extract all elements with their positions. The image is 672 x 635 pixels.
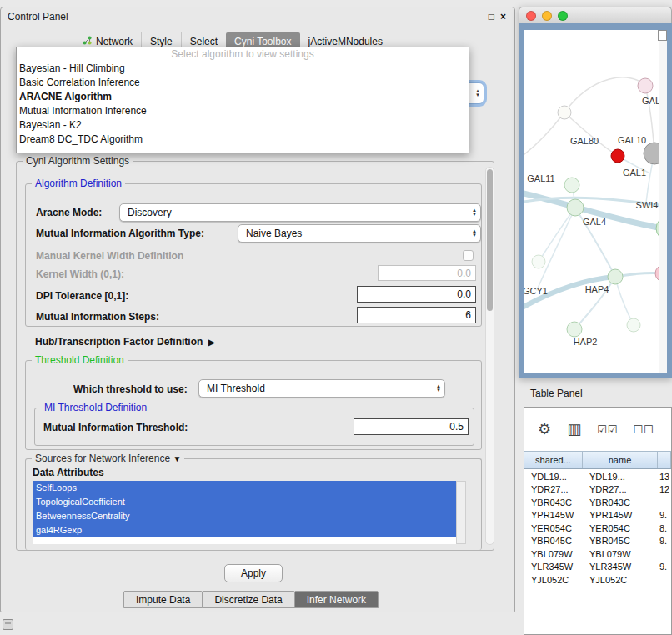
mi-steps-label: Mutual Information Steps:: [36, 308, 159, 325]
data-attribute-item[interactable]: BetweennessCentrality: [33, 509, 456, 523]
network-node-gal4[interactable]: [567, 199, 584, 216]
data-attribute-item[interactable]: SelfLoops: [33, 481, 456, 495]
network-edge[interactable]: [524, 112, 564, 155]
table-row[interactable]: YBR045CYBR045C9.: [524, 535, 671, 548]
float-window-icon[interactable]: □: [489, 8, 494, 26]
network-node-hap2[interactable]: [567, 322, 582, 337]
docked-panel-icon[interactable]: [3, 619, 13, 630]
algorithm-option-bayesian-k2[interactable]: Bayesian - K2: [17, 118, 469, 132]
apply-button[interactable]: Apply: [224, 564, 283, 582]
hub-tf-section-toggle[interactable]: Hub/Transcription Factor Definition ▶: [35, 333, 215, 351]
aracne-mode-select[interactable]: Discovery ▲▼: [119, 203, 481, 222]
mi-algorithm-type-label: Mutual Information Algorithm Type:: [36, 225, 204, 242]
network-edge[interactable]: [564, 78, 645, 112]
node-label-gal11: GAL11: [527, 173, 554, 183]
node-label-hap4: HAP4: [585, 284, 609, 294]
mi-threshold-field[interactable]: 0.5: [354, 418, 469, 435]
close-button[interactable]: [526, 11, 536, 21]
network-node-green-upper[interactable]: [564, 178, 579, 192]
settings-group-title: Cyni Algorithm Settings: [23, 155, 133, 167]
data-attribute-item[interactable]: TopologicalCoefficient: [33, 495, 456, 509]
mi-algorithm-type-select[interactable]: Naive Bayes ▲▼: [238, 224, 481, 242]
data-attribute-item[interactable]: gal4RGexp: [33, 523, 456, 538]
table-toolbar: ⚙▥☑☑☐☐: [524, 408, 671, 451]
mi-steps-field[interactable]: 6: [357, 307, 476, 323]
table-cell: YJL052C: [583, 575, 658, 585]
table-cell: YBR043C: [583, 498, 658, 508]
tab-label: Select: [190, 36, 218, 48]
column-visibility-icon[interactable]: ▥: [567, 420, 582, 438]
table-cell: YBL079W: [524, 549, 583, 559]
algorithm-option-bayesian-hill-climbing[interactable]: Bayesian - Hill Climbing: [17, 62, 469, 76]
control-panel-title: Control Panel: [8, 8, 68, 26]
collapse-arrow-icon: ▼: [173, 454, 181, 463]
column-header-shared-[interactable]: shared...: [524, 452, 583, 468]
table-row[interactable]: YDR27...YDR27...12: [524, 483, 671, 497]
table-row[interactable]: YDL19...YDL19...13: [524, 470, 671, 483]
network-node-hap4[interactable]: [608, 269, 623, 284]
table-row[interactable]: YLR345WYLR345W9.: [524, 561, 671, 574]
table-cell: YBL079W: [583, 549, 658, 559]
table-row[interactable]: YER054CYER054C8.: [524, 522, 671, 535]
algorithm-option-list: Bayesian - Hill ClimbingBasic Correlatio…: [17, 62, 469, 147]
algorithm-option-mutual-information-inference[interactable]: Mutual Information Inference: [17, 104, 469, 118]
manual-kernel-width-checkbox[interactable]: [463, 250, 474, 261]
settings-gear-icon[interactable]: ⚙: [538, 420, 552, 438]
network-node-faint-bottom[interactable]: [627, 318, 640, 332]
algorithm-option-dream8-dc-tdc-algorithm[interactable]: Dream8 DC_TDC Algorithm: [17, 132, 469, 147]
kernel-width-field[interactable]: 0.0: [378, 265, 476, 281]
threshold-definition-group: Threshold Definition Which threshold to …: [25, 360, 482, 450]
kernel-width-label: Kernel Width (0,1):: [36, 266, 124, 282]
network-icon: [83, 36, 92, 48]
network-edge[interactable]: [539, 208, 575, 262]
sources-group-title[interactable]: Sources for Network Inference ▼: [32, 452, 184, 464]
combo-arrows-icon: ▲▼: [436, 384, 441, 392]
table-row[interactable]: YBR043CYBR043C: [524, 496, 671, 509]
settings-scrollbar[interactable]: [485, 167, 494, 545]
network-canvas[interactable]: GAL7GAL80GAL10GAL1GAL11SWI4GAL4GCY1HAP4H…: [524, 30, 667, 373]
algorithm-select-combobox[interactable]: ▲▼: [469, 82, 484, 104]
algorithm-option-aracne-algorithm[interactable]: ARACNE Algorithm: [17, 90, 469, 104]
network-node-gal10[interactable]: [644, 142, 659, 164]
network-node-red-node[interactable]: [611, 149, 624, 162]
network-edge[interactable]: [537, 208, 575, 290]
zoom-button[interactable]: [558, 11, 568, 21]
network-edge[interactable]: [564, 112, 618, 156]
table-cell: YDR27...: [524, 484, 583, 494]
table-row[interactable]: YPR145WYPR145W9.: [524, 509, 671, 522]
network-node-faint-left[interactable]: [532, 255, 545, 268]
table-header-row: shared...name: [524, 451, 671, 469]
network-node-pink-top[interactable]: [638, 78, 653, 93]
network-window-titlebar[interactable]: [519, 7, 672, 23]
algorithm-placeholder-option[interactable]: Select algorithm to view settings: [17, 48, 469, 62]
attributes-list-scrollbar[interactable]: [456, 481, 466, 544]
algorithm-definition-group: Algorithm Definition Aracne Mode: Discov…: [25, 183, 482, 327]
column-header-name[interactable]: name: [583, 452, 658, 468]
node-label-gal80: GAL80: [570, 136, 599, 146]
close-panel-icon[interactable]: ×: [500, 8, 506, 26]
select-all-rows-icon[interactable]: ☑☑: [597, 423, 618, 436]
tab-impute-data[interactable]: Impute Data: [123, 591, 203, 608]
dpi-tolerance-field[interactable]: 0.0: [357, 286, 476, 302]
algorithm-definition-title: Algorithm Definition: [32, 178, 125, 189]
network-vertical-scrollbar[interactable]: [659, 30, 667, 373]
network-overview-button[interactable]: [658, 30, 667, 41]
table-panel-title: Table Panel: [530, 388, 583, 399]
combo-arrows-icon: ▲▼: [472, 229, 477, 238]
settings-scrollbar-thumb[interactable]: [487, 169, 493, 311]
network-node-faint-top-left[interactable]: [558, 106, 571, 119]
table-cell: YLR345W: [583, 562, 658, 572]
algorithm-option-basic-correlation-inference[interactable]: Basic Correlation Inference: [17, 76, 469, 90]
which-threshold-select[interactable]: MI Threshold ▲▼: [198, 379, 445, 398]
deselect-all-rows-icon[interactable]: ☐☐: [633, 423, 654, 436]
tab-discretize-data[interactable]: Discretize Data: [202, 591, 294, 608]
tab-infer-network[interactable]: Infer Network: [294, 591, 379, 608]
table-cell: YBR045C: [583, 536, 658, 546]
column-header[interactable]: [658, 452, 671, 468]
table-cell: YLR345W: [524, 562, 583, 572]
table-cell: YER054C: [583, 523, 658, 533]
minimize-button[interactable]: [542, 11, 552, 21]
table-row[interactable]: YBL079WYBL079W: [524, 548, 671, 561]
table-row[interactable]: YJL052CYJL052C: [524, 573, 671, 587]
node-label-hap2: HAP2: [574, 337, 598, 347]
